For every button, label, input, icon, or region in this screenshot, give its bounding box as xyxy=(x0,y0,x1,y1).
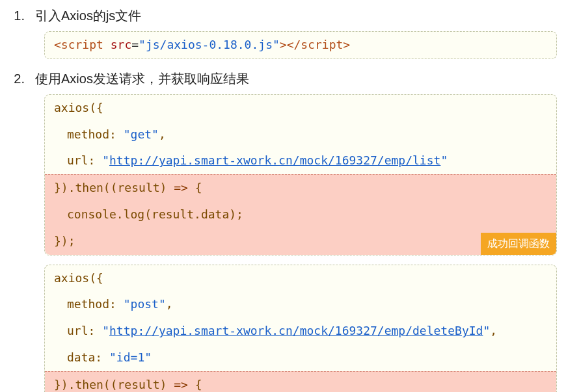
token: method: xyxy=(67,297,124,311)
token: , xyxy=(490,324,497,337)
code-line: }); xyxy=(45,228,556,255)
code-line: method: "get", xyxy=(45,122,556,148)
token-tag-bracket: > xyxy=(280,38,287,51)
code-line: }).then((result) => { xyxy=(45,175,556,202)
token-tag-close: </script> xyxy=(287,38,351,51)
code-block-2a: axios({ method: "get", url: "http://yapi… xyxy=(44,94,557,255)
token: url: xyxy=(67,153,102,167)
token: url: xyxy=(67,324,102,337)
code-line: console.log(result.data); xyxy=(45,202,556,228)
token: , xyxy=(159,127,166,141)
token: }).then((result) xyxy=(54,378,174,391)
step-2-header: 2. 使用Axios发送请求，并获取响应结果 xyxy=(9,68,557,89)
step-1-title: 引入Axios的js文件 xyxy=(35,5,141,26)
step-2: 2. 使用Axios发送请求，并获取响应结果 axios({ method: "… xyxy=(9,68,557,392)
token-arrow: => xyxy=(174,378,188,391)
callback-highlight: }).then((result) => { console.log(result… xyxy=(45,371,556,392)
token-quote: " xyxy=(440,153,448,167)
token-quote: " xyxy=(483,324,490,337)
step-2-number: 2. xyxy=(9,68,25,89)
code-line: <script src="js/axios-0.18.0.js"></scrip… xyxy=(45,32,556,59)
token: }).then((result) xyxy=(54,181,174,194)
token-string: "js/axios-0.18.0.js" xyxy=(139,38,280,51)
token-eq: = xyxy=(131,38,139,51)
callback-highlight: }).then((result) => { console.log(result… xyxy=(45,174,556,254)
token-string: "post" xyxy=(124,297,166,311)
url-link[interactable]: http://yapi.smart-xwork.cn/mock/169327/e… xyxy=(109,153,440,167)
step-1-header: 1. 引入Axios的js文件 xyxy=(9,5,557,26)
token-string: "get" xyxy=(124,127,159,141)
code-line: method: "post", xyxy=(45,291,556,318)
url-link[interactable]: http://yapi.smart-xwork.cn/mock/169327/e… xyxy=(109,324,483,337)
code-line: url: "http://yapi.smart-xwork.cn/mock/16… xyxy=(45,318,556,345)
code-block-2b: axios({ method: "post", url: "http://yap… xyxy=(44,265,557,392)
callback-badge: 成功回调函数 xyxy=(481,233,556,255)
code-line: }).then((result) => { xyxy=(45,372,556,392)
token-tag-open: <script xyxy=(54,38,111,51)
code-line: data: "id=1" xyxy=(45,345,556,371)
token-quote: " xyxy=(102,324,109,337)
token-attr: src xyxy=(111,38,132,51)
token: { xyxy=(188,378,202,391)
token: data: xyxy=(67,350,109,364)
code-block-1: <script src="js/axios-0.18.0.js"></scrip… xyxy=(44,31,557,59)
code-line: url: "http://yapi.smart-xwork.cn/mock/16… xyxy=(45,148,556,174)
step-1: 1. 引入Axios的js文件 <script src="js/axios-0.… xyxy=(9,5,557,59)
token: method: xyxy=(67,127,124,141)
code-line: axios({ xyxy=(45,95,556,122)
token-quote: " xyxy=(102,153,109,167)
step-2-title: 使用Axios发送请求，并获取响应结果 xyxy=(35,68,249,89)
token: { xyxy=(188,181,202,194)
token-arrow: => xyxy=(174,181,188,194)
token: , xyxy=(166,297,173,311)
step-1-number: 1. xyxy=(9,5,25,26)
code-line: axios({ xyxy=(45,265,556,292)
token-string: "id=1" xyxy=(109,350,152,364)
